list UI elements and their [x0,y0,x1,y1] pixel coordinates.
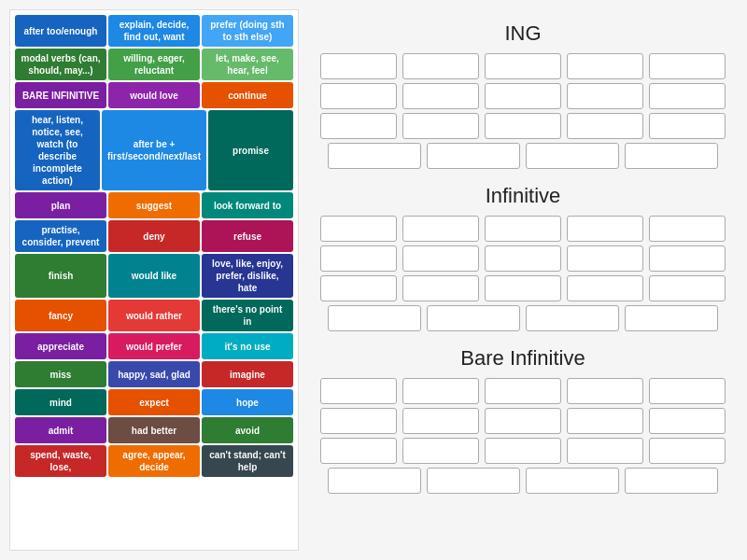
drop-box-0-2-1[interactable] [402,113,479,139]
left-cell-6-1[interactable]: would like [108,254,200,298]
left-cell-9-2[interactable]: imagine [202,361,293,387]
left-panel: after too/enoughexplain, decide, find ou… [9,9,299,551]
left-cell-10-2[interactable]: hope [202,389,293,415]
left-cell-12-0[interactable]: spend, waste, lose, [15,445,106,477]
left-cell-5-0[interactable]: practise, consider, prevent [15,220,106,252]
drop-box-2-3-3[interactable] [625,468,718,494]
drop-box-1-0-1[interactable] [402,216,479,242]
drop-box-0-3-3[interactable] [625,143,718,169]
left-cell-6-2[interactable]: love, like, enjoy, prefer, dislike, hate [202,254,293,298]
left-cell-10-0[interactable]: mind [15,389,106,415]
drop-box-1-0-2[interactable] [485,216,561,242]
left-cell-11-0[interactable]: admit [15,417,106,443]
drop-box-2-0-0[interactable] [320,378,397,404]
drop-box-2-0-3[interactable] [567,378,643,404]
left-cell-7-1[interactable]: would rather [108,300,200,331]
drop-box-0-2-4[interactable] [649,113,726,139]
drop-box-1-2-4[interactable] [649,275,726,301]
drop-box-0-3-0[interactable] [328,143,421,169]
drop-box-2-2-2[interactable] [485,438,561,464]
drop-box-2-3-0[interactable] [328,468,421,494]
drop-box-1-1-1[interactable] [402,245,479,272]
drop-box-2-1-4[interactable] [649,408,726,434]
drop-box-2-3-1[interactable] [427,468,520,494]
left-cell-1-0[interactable]: modal verbs (can, should, may...) [15,49,106,80]
drop-box-0-0-4[interactable] [649,53,726,79]
drop-box-1-1-2[interactable] [485,245,561,272]
drop-box-0-3-1[interactable] [427,143,520,169]
left-cell-0-2[interactable]: prefer (doing sth to sth else) [202,15,293,47]
left-cell-9-1[interactable]: happy, sad, glad [108,361,200,387]
drop-box-1-1-4[interactable] [649,245,726,272]
left-cell-11-1[interactable]: had better [108,417,200,443]
left-cell-12-2[interactable]: can't stand; can't help [202,445,293,477]
section-title-0: ING [317,21,728,46]
left-cell-3-2[interactable]: promise [208,110,293,190]
drop-box-0-0-1[interactable] [402,53,479,79]
left-cell-7-0[interactable]: fancy [15,300,106,331]
drop-box-1-0-4[interactable] [649,216,726,242]
drop-box-2-3-2[interactable] [526,468,619,494]
left-cell-1-2[interactable]: let, make, see, hear, feel [202,49,293,80]
drop-box-2-2-1[interactable] [402,438,479,464]
left-row-0: after too/enoughexplain, decide, find ou… [15,15,293,47]
left-cell-5-2[interactable]: refuse [202,220,293,252]
drop-box-0-0-3[interactable] [567,53,643,79]
left-cell-4-0[interactable]: plan [15,192,106,218]
drop-box-2-0-2[interactable] [485,378,561,404]
left-cell-0-0[interactable]: after too/enough [15,15,106,47]
drop-box-1-3-3[interactable] [625,305,718,331]
left-cell-8-2[interactable]: it's no use [202,333,293,359]
drop-box-2-2-4[interactable] [649,438,726,464]
drop-box-1-2-0[interactable] [320,275,397,301]
left-cell-11-2[interactable]: avoid [202,417,293,443]
left-cell-3-0[interactable]: hear, listen, notice, see, watch (to des… [15,110,100,190]
drop-box-1-1-3[interactable] [567,245,643,272]
left-cell-2-1[interactable]: would love [108,82,200,108]
drop-box-2-2-0[interactable] [320,438,397,464]
drop-box-0-2-3[interactable] [567,113,643,139]
left-cell-9-0[interactable]: miss [15,361,106,387]
drop-box-2-1-0[interactable] [320,408,397,434]
left-cell-1-1[interactable]: willing, eager, reluctant [108,49,200,80]
left-cell-12-1[interactable]: agree, appear, decide [108,445,200,477]
drop-box-1-2-1[interactable] [402,275,479,301]
drop-box-2-0-1[interactable] [402,378,479,404]
drop-box-0-2-2[interactable] [485,113,561,139]
left-cell-2-0[interactable]: BARE INFINITIVE [15,82,106,108]
drop-box-1-2-2[interactable] [485,275,561,301]
drop-box-0-1-2[interactable] [485,83,561,109]
drop-box-2-0-4[interactable] [649,378,726,404]
drop-box-1-0-0[interactable] [320,216,397,242]
left-cell-4-1[interactable]: suggest [108,192,200,218]
drop-box-0-0-0[interactable] [320,53,397,79]
left-cell-8-0[interactable]: appreciate [15,333,106,359]
drop-box-1-3-2[interactable] [526,305,619,331]
drop-box-1-2-3[interactable] [567,275,643,301]
left-cell-7-2[interactable]: there's no point in [202,300,293,331]
drop-box-0-3-2[interactable] [526,143,619,169]
drop-box-2-1-1[interactable] [402,408,479,434]
drop-box-1-1-0[interactable] [320,245,397,272]
left-cell-4-2[interactable]: look forward to [202,192,293,218]
drop-box-0-1-4[interactable] [649,83,726,109]
left-cell-8-1[interactable]: would prefer [108,333,200,359]
drop-box-1-3-1[interactable] [427,305,520,331]
left-cell-0-1[interactable]: explain, decide, find out, want [108,15,200,47]
drop-box-0-0-2[interactable] [485,53,561,79]
drop-box-0-1-0[interactable] [320,83,397,109]
right-panel: INGInfinitiveBare Infinitive [308,9,738,551]
left-cell-2-2[interactable]: continue [202,82,293,108]
drop-box-0-1-3[interactable] [567,83,643,109]
drop-box-0-1-1[interactable] [402,83,479,109]
left-cell-10-1[interactable]: expect [108,389,200,415]
drop-box-2-2-3[interactable] [567,438,643,464]
drop-box-0-2-0[interactable] [320,113,397,139]
left-cell-3-1[interactable]: after be + first/second/next/last [102,110,206,190]
left-cell-5-1[interactable]: deny [108,220,200,252]
drop-box-1-0-3[interactable] [567,216,643,242]
left-cell-6-0[interactable]: finish [15,254,106,298]
drop-box-2-1-2[interactable] [485,408,561,434]
drop-box-2-1-3[interactable] [567,408,643,434]
drop-box-1-3-0[interactable] [328,305,421,331]
